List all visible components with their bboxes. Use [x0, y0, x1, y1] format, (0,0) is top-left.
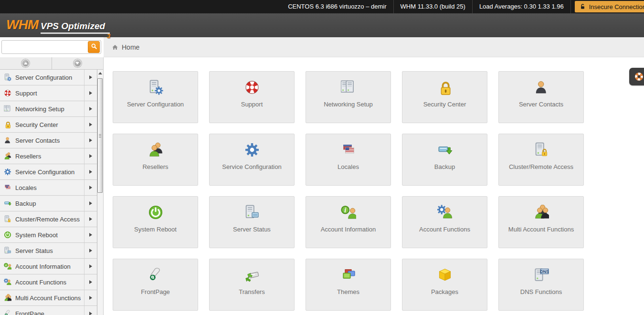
- sidebar-scroll-controls: [0, 57, 103, 70]
- expand-arrow[interactable]: [84, 133, 97, 148]
- feature-card-system-reboot[interactable]: System Reboot: [113, 196, 198, 248]
- breadcrumb-home-link[interactable]: Home: [122, 43, 139, 51]
- chevron-right-icon: [89, 75, 92, 79]
- scrollbar-thumb[interactable]: [97, 78, 103, 193]
- expand-arrow[interactable]: [84, 290, 97, 305]
- system-reboot-icon: [4, 231, 11, 239]
- feature-card-account-information[interactable]: i Account Information: [306, 196, 391, 248]
- networking-setup-icon: [4, 105, 11, 113]
- sidebar-item-frontpage[interactable]: FrontPage: [0, 306, 97, 315]
- svg-text:i: i: [6, 263, 7, 267]
- main-nav: WHM VPS Optimized 3: [0, 13, 644, 37]
- sidebar-item-server-contacts[interactable]: Server Contacts: [0, 133, 97, 148]
- expand-arrow[interactable]: [84, 196, 97, 211]
- sidebar-item-backup[interactable]: Backup: [0, 196, 97, 211]
- expand-arrow[interactable]: [84, 211, 97, 227]
- feature-card-themes[interactable]: Themes: [306, 259, 391, 311]
- resellers-icon: [148, 142, 163, 158]
- expand-arrow[interactable]: [84, 259, 97, 274]
- chevron-right-icon: [89, 312, 92, 315]
- feature-card-server-status[interactable]: Server Status: [209, 196, 295, 248]
- expand-arrow[interactable]: [84, 306, 97, 315]
- expand-arrow[interactable]: [84, 164, 97, 179]
- security-center-icon: [437, 80, 453, 95]
- feature-card-multi-account-functions[interactable]: Multi Account Functions: [498, 196, 584, 248]
- sidebar-item-server-configuration[interactable]: Server Configuration: [0, 70, 97, 85]
- server-configuration-icon: [148, 80, 163, 95]
- toolbar: Home: [0, 37, 644, 57]
- sidebar-item-networking-setup[interactable]: Networking Setup: [0, 101, 97, 117]
- feature-card-networking-setup[interactable]: Networking Setup: [306, 71, 391, 123]
- chevron-right-icon: [89, 123, 92, 126]
- sidebar-item-account-functions[interactable]: Account Functions: [0, 274, 97, 290]
- sidebar-scrollbar[interactable]: [97, 70, 103, 315]
- expand-arrow[interactable]: [84, 70, 97, 85]
- feature-card-backup[interactable]: Backup: [402, 134, 487, 186]
- feature-card-server-contacts[interactable]: Server Contacts: [498, 71, 584, 123]
- feature-card-grid: Server Configuration Support Networking …: [113, 71, 584, 311]
- feature-card-transfers[interactable]: Transfers: [209, 259, 295, 311]
- server-contacts-icon: [4, 136, 11, 144]
- chevron-right-icon: [89, 249, 92, 252]
- multi-account-functions-icon: [534, 205, 549, 220]
- expand-arrow[interactable]: [84, 101, 97, 116]
- feature-card-dns-functions[interactable]: DNS DNS Functions: [498, 259, 584, 311]
- sidebar-scroll-down-button[interactable]: [52, 57, 104, 69]
- server-configuration-icon: [4, 74, 11, 81]
- help-button[interactable]: [629, 68, 644, 85]
- feature-card-frontpage[interactable]: FrontPage: [113, 259, 198, 311]
- expand-arrow[interactable]: [84, 180, 97, 195]
- cluster-remote-access-icon: [534, 142, 549, 158]
- whm-logo[interactable]: WHM VPS Optimized 3: [6, 17, 110, 34]
- service-configuration-icon: [4, 168, 11, 176]
- sidebar-item-system-reboot[interactable]: System Reboot: [0, 227, 97, 243]
- divider: [570, 0, 571, 13]
- chevron-right-icon: [89, 201, 92, 205]
- main-content: Server Configuration Support Networking …: [104, 58, 644, 315]
- themes-icon: [341, 267, 356, 283]
- chevron-right-icon: [89, 186, 92, 189]
- chevron-right-icon: [89, 233, 92, 237]
- top-status-bar: CENTOS 6.3 i686 virtuozzo – demir WHM 11…: [0, 0, 644, 13]
- sidebar-item-server-status[interactable]: Server Status: [0, 243, 97, 259]
- feature-card-account-functions[interactable]: Account Functions: [402, 196, 487, 248]
- support-icon: [4, 89, 11, 97]
- expand-arrow[interactable]: [84, 227, 97, 242]
- support-icon: [244, 80, 260, 95]
- service-configuration-icon: [244, 142, 260, 158]
- feature-card-resellers[interactable]: Resellers: [113, 134, 198, 186]
- feature-card-packages[interactable]: Packages: [402, 259, 487, 311]
- sidebar-item-multi-account-functions[interactable]: Multi Account Functions: [0, 290, 97, 306]
- home-icon: [112, 44, 118, 51]
- search-input[interactable]: [1, 40, 101, 54]
- sidebar-item-service-configuration[interactable]: Service Configuration: [0, 164, 97, 180]
- chevron-right-icon: [89, 107, 92, 111]
- backup-icon: [4, 200, 11, 207]
- sidebar-item-locales[interactable]: Locales: [0, 180, 97, 196]
- expand-arrow[interactable]: [84, 243, 97, 258]
- expand-arrow[interactable]: [84, 85, 97, 101]
- feature-card-locales[interactable]: Locales: [306, 134, 391, 186]
- feature-card-security-center[interactable]: Security Center: [402, 71, 487, 123]
- insecure-connection-button[interactable]: Insecure Connection: [575, 1, 644, 12]
- search-button[interactable]: [88, 41, 100, 53]
- sidebar-item-support[interactable]: Support: [0, 85, 97, 101]
- expand-arrow[interactable]: [84, 274, 97, 290]
- sidebar-item-security-center[interactable]: Security Center: [0, 117, 97, 133]
- feature-card-support[interactable]: Support: [209, 71, 295, 123]
- feature-card-cluster-remote-access[interactable]: Cluster/Remote Access: [498, 134, 584, 186]
- account-information-icon: i: [341, 205, 356, 220]
- sidebar-item-account-information[interactable]: i Account Information: [0, 259, 97, 274]
- resellers-icon: [4, 152, 11, 160]
- sidebar: Server Configuration Support Networking …: [0, 57, 104, 315]
- expand-arrow[interactable]: [84, 148, 97, 164]
- server-contacts-icon: [534, 80, 549, 95]
- networking-setup-icon: [341, 80, 356, 95]
- sidebar-item-resellers[interactable]: Resellers: [0, 148, 97, 164]
- feature-card-server-configuration[interactable]: Server Configuration: [113, 71, 198, 123]
- sidebar-item-cluster-remote-access[interactable]: Cluster/Remote Access: [0, 211, 97, 227]
- feature-card-service-configuration[interactable]: Service Configuration: [209, 134, 295, 186]
- sidebar-scroll-up-button[interactable]: [0, 57, 52, 69]
- expand-arrow[interactable]: [84, 117, 97, 132]
- locales-icon: [4, 184, 11, 191]
